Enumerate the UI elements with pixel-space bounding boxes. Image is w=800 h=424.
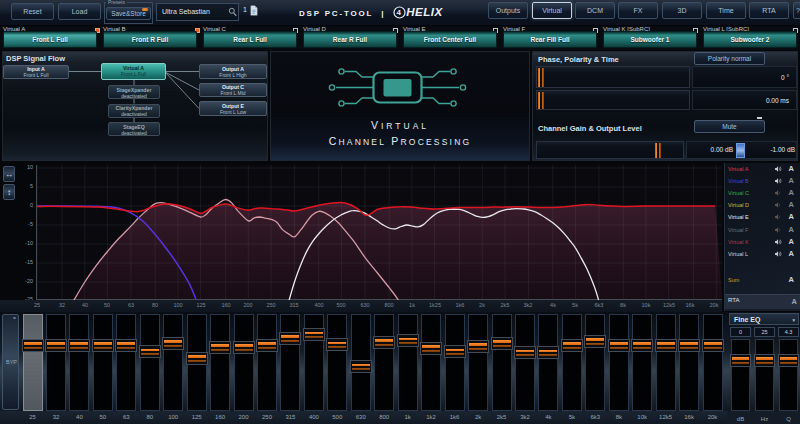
svg-text:VIRTUAL: VIRTUAL — [371, 119, 429, 131]
svg-text:CHANNEL PROCESSING: CHANNEL PROCESSING — [329, 135, 472, 147]
svg-text:4: 4 — [397, 8, 403, 17]
